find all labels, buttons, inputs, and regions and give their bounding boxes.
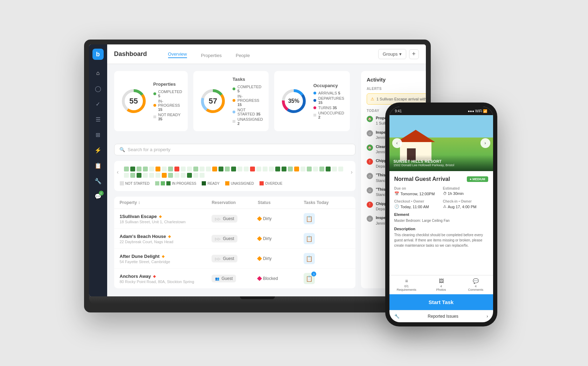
status-chip: Blocked xyxy=(258,276,278,281)
grid-nav-left[interactable]: ‹ xyxy=(117,169,119,175)
phone-status-bar: 9:41 ●●● WiFi 📶 xyxy=(389,107,493,115)
grid-dot xyxy=(269,167,274,171)
phone-mockup: 9:41 ●●● WiFi 📶 ‹ › SUNSET HILLS RESORT … xyxy=(385,103,497,326)
grid-dot xyxy=(307,167,312,171)
alert-icon: ⚠ xyxy=(371,97,374,101)
add-button[interactable]: + xyxy=(409,49,419,59)
laptop-container: b ⌂ ◯ ✓ ☰ ⊞ ⚡ 📋 🔧 💬 2 Dashboard xyxy=(84,40,431,312)
phone-hero-image: ‹ › SUNSET HILLS RESORT 1502 Donald Lee … xyxy=(389,115,493,171)
grid-dot xyxy=(250,167,255,171)
header-tabs: Overview Properties People xyxy=(161,44,257,64)
grid-dot xyxy=(155,173,160,178)
grid-dot xyxy=(137,167,141,171)
grid-dot xyxy=(162,167,167,171)
task-icon[interactable]: 📋 xyxy=(304,213,315,224)
grid-dot xyxy=(168,167,173,171)
grid-dot xyxy=(155,167,160,171)
grid-dot xyxy=(282,167,286,171)
sidebar: b ⌂ ◯ ✓ ☰ ⊞ ⚡ 📋 🔧 💬 2 xyxy=(89,44,107,296)
grid-dot xyxy=(143,173,148,178)
grid-dot xyxy=(313,167,318,171)
sidebar-item-messages[interactable]: 💬 2 xyxy=(92,190,104,203)
reservation-chip: ▷▷ Guest xyxy=(212,235,237,242)
tab-overview[interactable]: Overview xyxy=(161,44,194,64)
grid-dot xyxy=(263,167,268,171)
task-icon[interactable]: 📋 xyxy=(304,233,315,244)
property-grid-card: ‹ xyxy=(114,161,355,191)
tab-comments[interactable]: 💬 4 Comments xyxy=(458,275,493,294)
grid-dot xyxy=(187,173,192,178)
tab-photos[interactable]: 🖼 4 Photos xyxy=(424,275,458,294)
grid-dot xyxy=(181,173,186,178)
image-nav-right[interactable]: › xyxy=(480,138,490,148)
table-header: Property ↕ Reservation Status Tasks Toda… xyxy=(114,197,355,209)
left-panel: 55 Properties COMPLETED 5 xyxy=(114,71,355,288)
grid-dot xyxy=(300,167,305,171)
sidebar-item-tasks[interactable]: ✓ xyxy=(92,98,104,110)
col-property: Property ↕ xyxy=(120,200,212,205)
grid-dot xyxy=(294,167,299,171)
task-badge: 1 xyxy=(311,272,316,276)
grid-dot xyxy=(200,173,205,178)
grid-dot xyxy=(338,167,343,171)
property-indicator: ◆ xyxy=(159,214,162,218)
phone-content: Normal Guest Arrival ● MEDIUM Due on 📅 T… xyxy=(389,171,493,275)
comments-icon: 💬 xyxy=(460,278,492,284)
groups-button[interactable]: Groups ▾ xyxy=(378,49,406,59)
header: Dashboard Overview Properties People xyxy=(107,44,426,64)
properties-stat-card: 55 Properties COMPLETED 5 xyxy=(114,71,188,131)
tasks-chart: 57 xyxy=(199,87,227,115)
task-icon[interactable]: 📋 xyxy=(304,253,315,264)
grid-dot xyxy=(181,167,186,171)
grid-dot xyxy=(187,167,192,171)
page-title: Dashboard xyxy=(114,50,147,58)
grid-dot xyxy=(149,173,154,178)
app-logo: b xyxy=(92,49,104,60)
task-icon[interactable]: 📋 1 xyxy=(304,273,315,284)
laptop-notch xyxy=(240,296,275,299)
sidebar-item-activity[interactable]: ⚡ xyxy=(92,144,104,156)
search-icon: 🔍 xyxy=(119,147,125,152)
tab-properties[interactable]: Properties xyxy=(194,44,229,64)
sidebar-item-reports[interactable]: 📋 xyxy=(92,159,104,172)
status-chip: Dirty xyxy=(258,236,272,241)
property-indicator: ◆ xyxy=(168,234,171,238)
grid-dot xyxy=(225,167,230,171)
start-task-button[interactable]: Start Task xyxy=(389,294,493,310)
laptop-base xyxy=(89,296,426,304)
grid-dot xyxy=(275,167,280,171)
table-row: Adam's Beach House ◆ 22 Daybreak Court, … xyxy=(114,229,355,249)
laptop-screen: b ⌂ ◯ ✓ ☰ ⊞ ⚡ 📋 🔧 💬 2 Dashboard xyxy=(89,44,426,296)
grid-dot xyxy=(319,167,324,171)
sidebar-item-maintenance[interactable]: 🔧 xyxy=(92,175,104,187)
messages-badge: 2 xyxy=(99,191,104,196)
tab-requirements[interactable]: ≡ 0/1 Requirements xyxy=(389,275,424,294)
properties-chart: 55 xyxy=(120,87,148,115)
grid-dot xyxy=(219,167,223,171)
grid-dot xyxy=(168,173,173,178)
tab-people[interactable]: People xyxy=(229,44,257,64)
priority-badge: ● MEDIUM xyxy=(467,176,488,182)
sidebar-item-alerts[interactable]: ◯ xyxy=(92,82,104,95)
grid-dot xyxy=(237,167,242,171)
main-content: Dashboard Overview Properties People xyxy=(107,44,426,296)
grid-dot xyxy=(244,167,249,171)
grid-dot xyxy=(332,167,337,171)
image-nav-left[interactable]: ‹ xyxy=(392,138,402,148)
search-bar[interactable]: 🔍 Search for a property xyxy=(114,144,355,155)
grid-nav-right[interactable]: › xyxy=(351,169,353,175)
grid-dot xyxy=(137,173,141,178)
grid-dot xyxy=(206,167,211,171)
grid-dot xyxy=(174,173,179,178)
sidebar-item-calendar[interactable]: ☰ xyxy=(92,113,104,126)
grid-dot xyxy=(193,167,198,171)
phone-screen: 9:41 ●●● WiFi 📶 ‹ › SUNSET HILLS RESORT … xyxy=(389,107,493,322)
grid-dot xyxy=(124,167,129,171)
photos-icon: 🖼 xyxy=(425,278,457,284)
status-chip: Dirty xyxy=(258,256,272,261)
table-row: After Dune Delight ◆ 54 Fayette Street, … xyxy=(114,249,355,269)
sidebar-item-properties[interactable]: ⊞ xyxy=(92,128,104,141)
reported-issues-row[interactable]: 🔧 Reported Issues › xyxy=(389,310,493,322)
sidebar-item-home[interactable]: ⌂ xyxy=(92,67,104,79)
grid-dot xyxy=(231,167,236,171)
